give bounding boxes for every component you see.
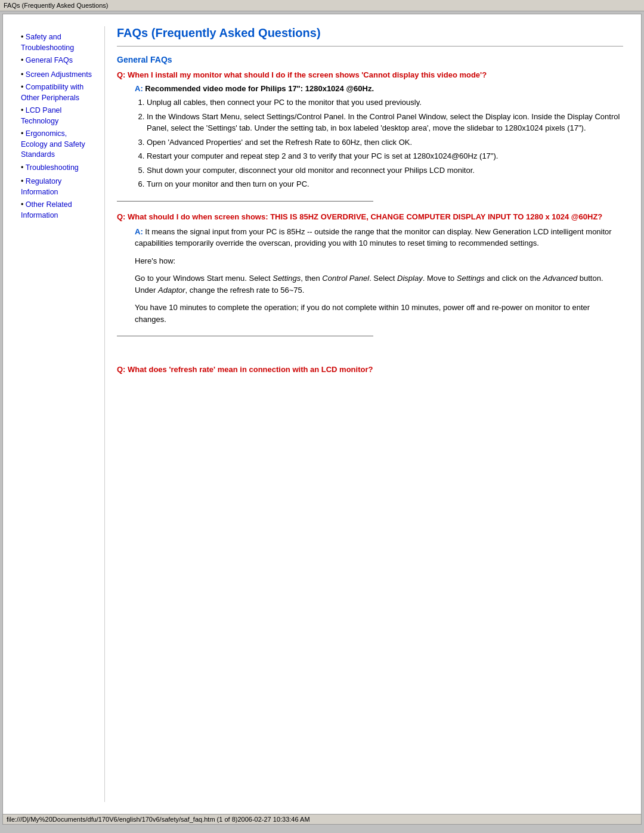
divider-1 xyxy=(117,201,373,202)
top-divider xyxy=(117,46,623,47)
instructions-1: Go to your Windows Start menu. Select Se… xyxy=(135,272,623,296)
sidebar-link-screen[interactable]: Screen Adjustments xyxy=(26,70,92,79)
question-1: Q: When I install my monitor what should… xyxy=(117,70,623,79)
instructions-2: You have 10 minutes to complete the oper… xyxy=(135,302,623,325)
sidebar-link-compatibility[interactable]: Compatibility with Other Peripherals xyxy=(21,83,83,102)
title-bar: FAQs (Frequently Asked Questions) xyxy=(0,0,644,11)
sidebar-link-regulatory[interactable]: Regulatory Information xyxy=(21,177,61,196)
sidebar-link-lcd[interactable]: LCD Panel Technology xyxy=(21,106,61,125)
question-2: Q: What should I do when screen shows: T… xyxy=(117,212,623,221)
answer-1-steps: Unplug all cables, then connect your PC … xyxy=(147,97,623,190)
sidebar-item-troubleshooting[interactable]: • Troubleshooting xyxy=(21,163,95,174)
step-2: In the Windows Start Menu, select Settin… xyxy=(147,111,623,134)
step-6: Turn on your monitor and then turn on yo… xyxy=(147,178,623,190)
sidebar-item-ergonomics[interactable]: • Ergonomics, Ecology and Safety Standar… xyxy=(21,129,95,160)
page-title: FAQs (Frequently Asked Questions) xyxy=(117,26,623,40)
answer-2-content: It means the signal input from your PC i… xyxy=(135,227,612,248)
step-4: Restart your computer and repeat step 2 … xyxy=(147,150,623,162)
main-content: FAQs (Frequently Asked Questions) Genera… xyxy=(104,26,635,802)
title-bar-text: FAQs (Frequently Asked Questions) xyxy=(4,2,108,9)
browser-window: • Safety and Troubleshooting • General F… xyxy=(2,14,642,825)
sidebar: • Safety and Troubleshooting • General F… xyxy=(9,26,101,802)
sidebar-item-lcd[interactable]: • LCD Panel Technology xyxy=(21,106,95,126)
sidebar-link-general-faqs[interactable]: General FAQs xyxy=(26,56,73,64)
sidebar-link-ergonomics[interactable]: Ergonomics, Ecology and Safety Standards xyxy=(21,129,85,159)
sidebar-link-other[interactable]: Other Related Information xyxy=(21,200,72,219)
answer-1-block: A: Recommended video mode for Philips 17… xyxy=(135,84,623,190)
sidebar-item-screen[interactable]: • Screen Adjustments xyxy=(21,70,95,80)
sidebar-nav: • Safety and Troubleshooting • General F… xyxy=(21,32,95,221)
sidebar-item-compatibility[interactable]: • Compatibility with Other Peripherals xyxy=(21,82,95,103)
sidebar-link-safety[interactable]: Safety and Troubleshooting xyxy=(21,33,74,52)
status-bar: file:///D|/My%20Documents/dfu/170V6/engl… xyxy=(3,814,641,824)
status-bar-text: file:///D|/My%20Documents/dfu/170V6/engl… xyxy=(7,816,310,823)
answer-2-label: A: xyxy=(135,227,145,236)
sidebar-item-other[interactable]: • Other Related Information xyxy=(21,200,95,221)
section-title: General FAQs xyxy=(117,55,623,64)
answer-2-text: A: It means the signal input from your P… xyxy=(135,226,623,249)
heres-how: Here's how: xyxy=(135,255,623,267)
answer-2-block: A: It means the signal input from your P… xyxy=(135,226,623,249)
question-3: Q: What does 'refresh rate' mean in conn… xyxy=(117,365,623,374)
sidebar-item-safety[interactable]: • Safety and Troubleshooting xyxy=(21,32,95,53)
divider-2 xyxy=(117,336,373,336)
page-content: • Safety and Troubleshooting • General F… xyxy=(3,14,641,814)
step-1: Unplug all cables, then connect your PC … xyxy=(147,97,623,109)
step-5: Shut down your computer, disconnect your… xyxy=(147,165,623,176)
answer-1-label: A: xyxy=(135,84,145,93)
answer-1-intro-text: Recommended video mode for Philips 17": … xyxy=(145,84,374,93)
sidebar-link-troubleshooting[interactable]: Troubleshooting xyxy=(26,163,79,172)
step-3: Open 'Advanced Properties' and set the R… xyxy=(147,137,623,148)
sidebar-item-general-faqs[interactable]: • General FAQs xyxy=(21,55,95,66)
answer-1-intro: A: Recommended video mode for Philips 17… xyxy=(135,84,623,93)
sidebar-item-regulatory[interactable]: • Regulatory Information xyxy=(21,176,95,197)
